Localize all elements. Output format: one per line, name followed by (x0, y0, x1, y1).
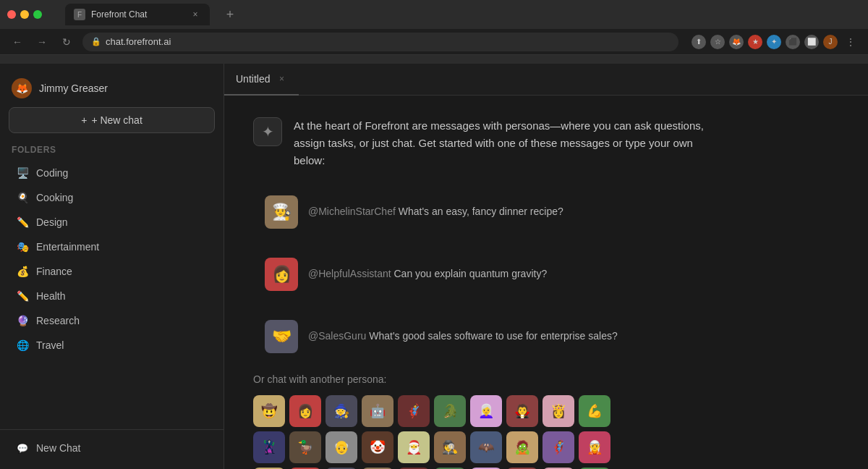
inner-tab-untitled[interactable]: Untitled × (224, 64, 299, 96)
persona-cell[interactable]: 🕵️ (434, 431, 466, 463)
forward-button[interactable]: → (33, 33, 51, 51)
sidebar-folder-design[interactable]: ✏️ Design (4, 210, 219, 234)
suggestion-item[interactable]: 🤝 @SalesGuru What's good sales software … (253, 311, 839, 362)
folders-label: Folders (0, 142, 224, 161)
new-chat-label: + New chat (91, 114, 142, 126)
profile-icon[interactable]: J (823, 35, 838, 49)
sidebar-folder-travel[interactable]: 🌐 Travel (4, 333, 219, 358)
tab-close-button[interactable]: × (190, 9, 201, 20)
window-controls (7, 10, 42, 19)
persona-cell[interactable]: 👩‍🦳 (470, 395, 502, 427)
share-icon[interactable]: ⬆ (692, 35, 706, 49)
extension-icon-1[interactable]: 🦊 (729, 35, 744, 49)
chat-name: New Chat (36, 442, 80, 454)
persona-cell[interactable]: 🧝 (579, 431, 610, 463)
suggestion-item[interactable]: 👩 @HelpfulAssistant Can you explain quan… (253, 249, 839, 300)
bot-icon: ✦ (262, 123, 274, 140)
suggestions-list: 👨‍🍳 @MichelinStarChef What's an easy, fa… (253, 187, 839, 373)
persona-cell[interactable]: 🦸 (542, 431, 574, 463)
folder-name: Cooking (36, 192, 73, 203)
inner-tab-close-button[interactable]: × (276, 73, 287, 85)
extension-icon-3[interactable]: ✦ (767, 35, 781, 49)
folder-icon: 🖥️ (16, 166, 29, 179)
avatar: 🦊 (12, 78, 32, 98)
browser-tab[interactable]: F Forefront Chat × (65, 4, 210, 25)
inner-tab-title: Untitled (236, 73, 270, 85)
user-name: Jimmy Greaser (39, 83, 108, 94)
welcome-text: At the heart of Forefront are messages w… (294, 117, 713, 169)
close-window-button[interactable] (7, 10, 16, 19)
sidebar-folder-coding[interactable]: 🖥️ Coding (4, 161, 219, 185)
back-button[interactable]: ← (9, 33, 26, 51)
tab-favicon-icon: F (74, 9, 85, 20)
folder-icon: 🔮 (16, 314, 29, 327)
menu-icon[interactable]: ⋮ (842, 33, 859, 51)
persona-cell[interactable]: 🦆 (289, 431, 321, 463)
persona-cell[interactable]: 👩 (289, 395, 321, 427)
folder-name: Finance (36, 266, 72, 277)
address-bar[interactable]: 🔒 chat.forefront.ai (82, 33, 678, 51)
folder-name: Entertainment (36, 241, 99, 253)
extension-icon-5[interactable]: ⬜ (804, 35, 819, 49)
folder-icon: 🌐 (16, 339, 29, 352)
browser-actions: ⬆ ☆ 🦊 ★ ✦ ⬛ ⬜ J ⋮ (692, 33, 859, 51)
persona-grid: 🤠👩🧙🤖🦸🐊👩‍🦳🧛👸💪🦹🦆👴🤡🎅🕵️🦇🧟🦸🧝👔🧢🎪🤹🃏🧸🦸🎭🧜🧚🤠👩🧙🤖🦸🐊👩… (253, 395, 839, 469)
new-chat-button[interactable]: + + New chat (9, 107, 215, 133)
app: 🦊 Jimmy Greaser + + New chat Folders 🖥️ … (0, 64, 868, 469)
or-text: Or chat with another persona: (253, 373, 839, 385)
folder-name: Coding (36, 167, 68, 179)
persona-cell[interactable]: 🤠 (253, 395, 285, 427)
reload-button[interactable]: ↻ (58, 33, 75, 51)
suggestion-item[interactable]: 👨‍🍳 @MichelinStarChef What's an easy, fa… (253, 187, 839, 237)
chat-area: ✦ At the heart of Forefront are messages… (224, 96, 868, 469)
persona-cell[interactable]: 🧟 (506, 431, 538, 463)
folder-icon: ✏️ (16, 290, 29, 303)
persona-cell[interactable]: 🎅 (398, 431, 430, 463)
persona-avatar: 🤝 (265, 320, 298, 353)
persona-cell[interactable]: 🧛 (506, 395, 538, 427)
sidebar-folder-finance[interactable]: 💰 Finance (4, 259, 219, 284)
persona-cell[interactable]: 💪 (579, 395, 610, 427)
persona-cell[interactable]: 🦸 (398, 395, 430, 427)
persona-cell[interactable]: 🐊 (434, 395, 466, 427)
inner-tab-bar: Untitled × (224, 64, 868, 96)
bot-avatar: ✦ (253, 117, 282, 146)
browser-chrome: F Forefront Chat × + ← → ↻ 🔒 chat.forefr… (0, 0, 868, 64)
address-bar-row: ← → ↻ 🔒 chat.forefront.ai ⬆ ☆ 🦊 ★ ✦ ⬛ ⬜ … (0, 29, 868, 55)
extension-icon-2[interactable]: ★ (748, 35, 762, 49)
lock-icon: 🔒 (91, 37, 101, 46)
persona-cell[interactable]: 👸 (542, 395, 574, 427)
minimize-window-button[interactable] (20, 10, 29, 19)
folder-icon: 🎭 (16, 240, 29, 253)
title-bar: F Forefront Chat × + (0, 0, 868, 29)
sidebar-folder-health[interactable]: ✏️ Health (4, 284, 219, 308)
extension-icon-4[interactable]: ⬛ (786, 35, 800, 49)
maximize-window-button[interactable] (33, 10, 42, 19)
sidebar-folder-entertainment[interactable]: 🎭 Entertainment (4, 234, 219, 259)
chat-item-new-chat[interactable]: 💬 New Chat (4, 436, 219, 460)
persona-cell[interactable]: 🦇 (470, 431, 502, 463)
suggestion-text: @SalesGuru What's good sales software to… (308, 329, 618, 344)
persona-cell[interactable]: 👴 (326, 431, 357, 463)
folder-icon: 🍳 (16, 191, 29, 204)
sidebar-bottom: 💬 New Chat (0, 429, 224, 460)
folder-name: Design (36, 216, 68, 228)
star-icon[interactable]: ☆ (710, 35, 725, 49)
sidebar-folder-cooking[interactable]: 🍳 Cooking (4, 185, 219, 210)
persona-cell[interactable]: 🦹 (253, 431, 285, 463)
persona-cell[interactable]: 🤡 (362, 431, 393, 463)
folders-list: 🖥️ Coding 🍳 Cooking ✏️ Design 🎭 Entertai… (0, 161, 224, 358)
persona-cell[interactable]: 🤖 (362, 395, 393, 427)
suggestion-text: @HelpfulAssistant Can you explain quantu… (308, 267, 547, 282)
suggestion-text: @MichelinStarChef What's an easy, fancy … (308, 205, 563, 219)
persona-avatar: 👩 (265, 258, 298, 291)
welcome-row: ✦ At the heart of Forefront are messages… (253, 117, 839, 169)
sidebar-folder-research[interactable]: 🔮 Research (4, 308, 219, 333)
persona-cell[interactable]: 🧙 (326, 395, 357, 427)
persona-avatar: 👨‍🍳 (265, 195, 298, 229)
new-tab-button[interactable]: + (221, 6, 239, 23)
tab-title: Forefront Chat (91, 9, 184, 20)
plus-icon: + (81, 114, 87, 126)
folder-name: Health (36, 290, 65, 302)
folder-icon: 💰 (16, 265, 29, 278)
